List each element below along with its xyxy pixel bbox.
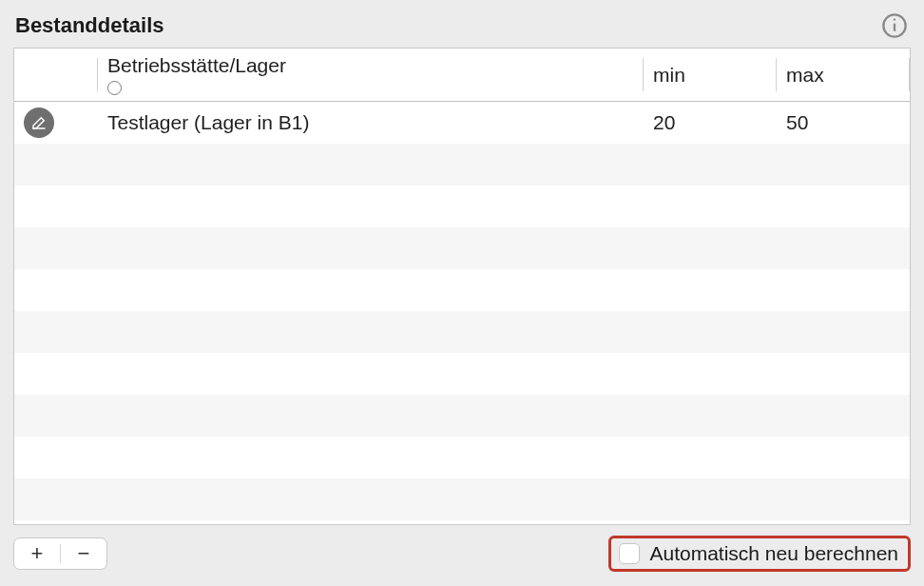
info-icon[interactable] <box>880 11 909 40</box>
remove-button[interactable]: − <box>61 538 106 569</box>
row-max: 50 <box>777 102 910 144</box>
add-button[interactable]: + <box>14 538 60 569</box>
table-header-row: Betriebsstätte/Lager min max <box>14 49 910 102</box>
svg-point-2 <box>894 18 895 20</box>
table-row <box>14 186 910 227</box>
header-name-label: Betriebsstätte/Lager <box>107 54 634 77</box>
panel-header: Bestanddetails <box>13 11 911 40</box>
table-row <box>14 479 910 520</box>
inventory-table: Betriebsstätte/Lager min max <box>13 48 911 525</box>
table-header-name[interactable]: Betriebsstätte/Lager <box>98 49 644 101</box>
table-header-max[interactable]: max <box>777 49 910 101</box>
auto-recalculate-label[interactable]: Automatisch neu berechnen <box>649 542 898 565</box>
inventory-details-panel: Bestanddetails Betriebsstätte/Lager min <box>0 0 924 586</box>
table-row <box>14 437 910 479</box>
row-min: 20 <box>644 102 777 144</box>
table-row <box>14 269 910 311</box>
auto-recalculate-checkbox[interactable] <box>619 543 640 564</box>
panel-title: Bestanddetails <box>15 13 164 38</box>
header-min-label: min <box>653 64 767 87</box>
footer-bar: + − Automatisch neu berechnen <box>13 525 911 575</box>
table-body: Testlager (Lager in B1) 20 50 <box>14 102 910 524</box>
table-row <box>14 227 910 269</box>
radio-icon[interactable] <box>107 81 122 95</box>
edit-icon[interactable] <box>24 107 54 138</box>
table-header-icon-col <box>14 49 98 101</box>
add-remove-control: + − <box>13 537 107 570</box>
table-row <box>14 353 910 395</box>
table-header-min[interactable]: min <box>644 49 777 101</box>
table-row <box>14 144 910 186</box>
table-row <box>14 395 910 437</box>
row-name: Testlager (Lager in B1) <box>98 102 644 144</box>
table-row[interactable]: Testlager (Lager in B1) 20 50 <box>14 102 910 144</box>
table-row <box>14 311 910 353</box>
header-max-label: max <box>786 64 900 87</box>
auto-recalculate-highlight: Automatisch neu berechnen <box>608 536 911 572</box>
